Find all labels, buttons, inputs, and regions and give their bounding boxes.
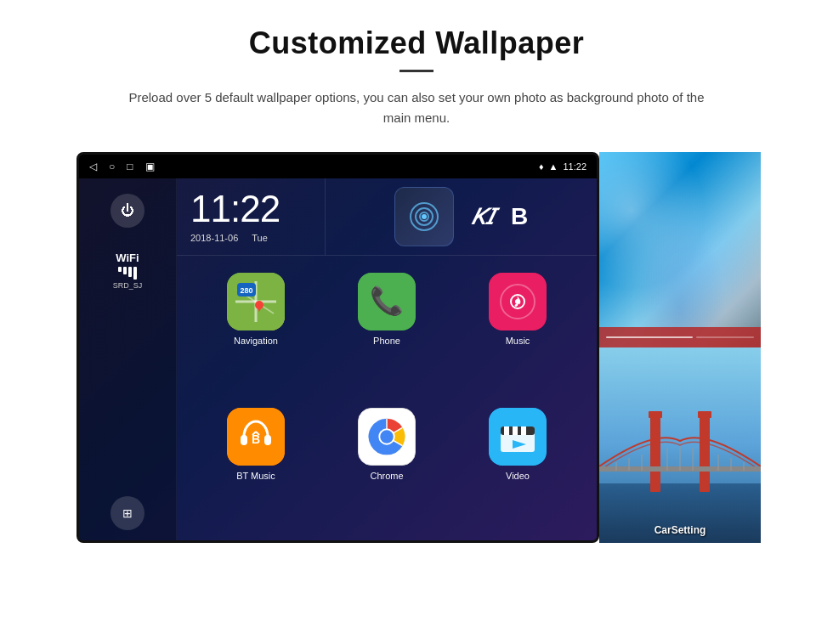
clock-section: 11:22 2018-11-06 Tue bbox=[177, 178, 326, 255]
wifi-bar-3 bbox=[128, 267, 132, 277]
title-divider bbox=[400, 70, 434, 72]
home-icon[interactable]: ○ bbox=[109, 161, 115, 172]
wifi-label: WiFi bbox=[113, 251, 143, 264]
location-icon: ♦ bbox=[539, 161, 544, 172]
svg-rect-31 bbox=[504, 427, 509, 435]
music-remaining bbox=[696, 336, 754, 338]
back-icon[interactable]: ◁ bbox=[89, 161, 97, 172]
page-subtitle: Preload over 5 default wallpaper options… bbox=[119, 88, 714, 128]
svg-text:📞: 📞 bbox=[370, 285, 404, 317]
wallpaper-blue-ice[interactable] bbox=[599, 152, 761, 347]
android-device: ◁ ○ □ ▣ ♦ ▲ 11:22 ⏻ Wi bbox=[76, 152, 599, 543]
svg-rect-16 bbox=[241, 435, 247, 445]
clock-day-value: Tue bbox=[252, 233, 268, 243]
app-item-phone[interactable]: 📞 Phone bbox=[321, 266, 452, 401]
device-body: ⏻ WiFi SRD_SJ bbox=[79, 178, 597, 543]
svg-rect-39 bbox=[649, 411, 662, 418]
svg-rect-37 bbox=[650, 415, 660, 492]
bridge-bg: CarSetting bbox=[599, 347, 761, 543]
svg-text:♪: ♪ bbox=[513, 290, 523, 311]
wifi-bar-4 bbox=[133, 267, 137, 280]
nav-map-svg: 280 bbox=[227, 273, 285, 330]
nav-app-inner: 280 bbox=[227, 273, 285, 330]
music-strip-overlay bbox=[599, 327, 761, 347]
svg-rect-33 bbox=[521, 427, 526, 435]
chrome-svg bbox=[359, 408, 415, 466]
device-sidebar: ⏻ WiFi SRD_SJ bbox=[79, 178, 177, 543]
svg-point-27 bbox=[380, 430, 394, 443]
navigation-label: Navigation bbox=[234, 336, 278, 346]
ice-texture bbox=[599, 152, 761, 347]
svg-rect-17 bbox=[264, 435, 271, 445]
broadcast-rings bbox=[408, 201, 440, 233]
wifi-info: WiFi SRD_SJ bbox=[113, 251, 143, 290]
clock-time: 11:22 bbox=[190, 190, 280, 228]
navigation-icon: 280 bbox=[227, 273, 285, 330]
wifi-icon: ▲ bbox=[549, 161, 558, 172]
svg-rect-40 bbox=[698, 411, 711, 418]
wallpapers-side: CarSetting bbox=[599, 152, 761, 543]
b-widget[interactable]: B bbox=[511, 203, 528, 230]
app-item-chrome[interactable]: Chrome bbox=[321, 401, 452, 536]
sidebar-bottom: ⊞ bbox=[110, 496, 144, 530]
wifi-signal-bars bbox=[113, 267, 143, 280]
video-icon bbox=[489, 408, 547, 466]
app-item-bt-music[interactable]: B BT Music bbox=[190, 401, 321, 536]
app-item-navigation[interactable]: 280 Navigation bbox=[190, 266, 321, 401]
bt-music-svg: B bbox=[227, 408, 285, 466]
screenshot-icon[interactable]: ▣ bbox=[145, 161, 155, 172]
sidebar-top: ⏻ WiFi SRD_SJ bbox=[110, 194, 144, 290]
video-label: Video bbox=[506, 471, 530, 481]
top-row: 11:22 2018-11-06 Tue bbox=[177, 178, 597, 256]
music-svg: ♪ bbox=[489, 273, 547, 330]
phone-svg: 📞 bbox=[358, 273, 416, 330]
bridge-svg bbox=[599, 347, 761, 543]
ki-icon: 𝘒𝘐 bbox=[471, 203, 494, 231]
wallpaper-bridge[interactable]: CarSetting bbox=[599, 347, 761, 543]
wifi-bar-2 bbox=[123, 267, 127, 274]
ring-inner bbox=[419, 212, 429, 222]
broadcast-widget[interactable] bbox=[394, 187, 454, 246]
app-drawer-button[interactable]: ⊞ bbox=[110, 496, 144, 530]
chrome-label: Chrome bbox=[370, 471, 403, 481]
main-area: 11:22 2018-11-06 Tue bbox=[177, 178, 597, 543]
b-icon: B bbox=[511, 203, 528, 230]
bt-music-icon: B bbox=[227, 408, 285, 466]
status-bar: ◁ ○ □ ▣ ♦ ▲ 11:22 bbox=[79, 155, 597, 178]
app-item-video[interactable]: Video bbox=[452, 401, 583, 536]
wifi-bar-1 bbox=[118, 267, 122, 272]
carsetting-label: CarSetting bbox=[654, 524, 706, 536]
ki-widget[interactable]: 𝘒𝘐 bbox=[471, 203, 494, 231]
chrome-icon bbox=[358, 408, 416, 466]
clock-date-value: 2018-11-06 bbox=[190, 233, 238, 243]
wifi-ssid: SRD_SJ bbox=[113, 281, 143, 290]
page-title: Customized Wallpaper bbox=[249, 25, 585, 61]
app-item-music[interactable]: ♪ Music bbox=[452, 266, 583, 401]
blue-ice-bg bbox=[599, 152, 761, 347]
page-wrapper: Customized Wallpaper Preload over 5 defa… bbox=[0, 0, 833, 644]
music-progress bbox=[606, 336, 693, 338]
music-label: Music bbox=[506, 336, 530, 346]
power-button[interactable]: ⏻ bbox=[110, 194, 144, 228]
music-icon: ♪ bbox=[489, 273, 547, 330]
app-grid: 280 Navigation bbox=[177, 256, 597, 543]
svg-rect-38 bbox=[700, 415, 710, 492]
clock-date: 2018-11-06 Tue bbox=[190, 233, 268, 243]
status-time: 11:22 bbox=[563, 161, 586, 172]
status-bar-right: ♦ ▲ 11:22 bbox=[539, 161, 586, 172]
status-bar-left: ◁ ○ □ ▣ bbox=[89, 161, 155, 172]
recents-icon[interactable]: □ bbox=[127, 161, 133, 172]
bt-music-label: BT Music bbox=[236, 471, 275, 481]
svg-text:280: 280 bbox=[240, 286, 252, 295]
top-apps-area: 𝘒𝘐 B bbox=[326, 178, 597, 255]
phone-label: Phone bbox=[373, 336, 400, 346]
svg-rect-32 bbox=[513, 427, 518, 435]
video-svg bbox=[489, 408, 547, 466]
phone-icon: 📞 bbox=[358, 273, 416, 330]
device-section: ◁ ○ □ ▣ ♦ ▲ 11:22 ⏻ Wi bbox=[76, 152, 756, 543]
